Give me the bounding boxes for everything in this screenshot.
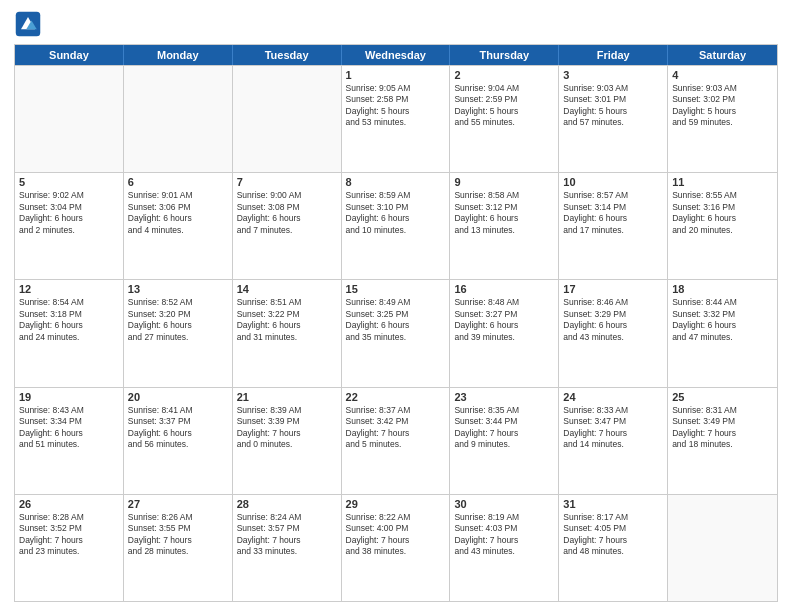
day-cell-2: 2Sunrise: 9:04 AM Sunset: 2:59 PM Daylig… — [450, 66, 559, 172]
day-cell-6: 6Sunrise: 9:01 AM Sunset: 3:06 PM Daylig… — [124, 173, 233, 279]
calendar-row-2: 12Sunrise: 8:54 AM Sunset: 3:18 PM Dayli… — [15, 279, 777, 386]
day-number: 17 — [563, 283, 663, 295]
day-cell-21: 21Sunrise: 8:39 AM Sunset: 3:39 PM Dayli… — [233, 388, 342, 494]
day-cell-28: 28Sunrise: 8:24 AM Sunset: 3:57 PM Dayli… — [233, 495, 342, 601]
day-info: Sunrise: 8:41 AM Sunset: 3:37 PM Dayligh… — [128, 405, 228, 451]
day-number: 29 — [346, 498, 446, 510]
day-cell-24: 24Sunrise: 8:33 AM Sunset: 3:47 PM Dayli… — [559, 388, 668, 494]
calendar-body: 1Sunrise: 9:05 AM Sunset: 2:58 PM Daylig… — [15, 65, 777, 601]
day-cell-18: 18Sunrise: 8:44 AM Sunset: 3:32 PM Dayli… — [668, 280, 777, 386]
day-cell-12: 12Sunrise: 8:54 AM Sunset: 3:18 PM Dayli… — [15, 280, 124, 386]
day-number: 5 — [19, 176, 119, 188]
weekday-header-wednesday: Wednesday — [342, 45, 451, 65]
day-info: Sunrise: 8:51 AM Sunset: 3:22 PM Dayligh… — [237, 297, 337, 343]
day-number: 30 — [454, 498, 554, 510]
day-number: 12 — [19, 283, 119, 295]
day-number: 8 — [346, 176, 446, 188]
day-number: 23 — [454, 391, 554, 403]
day-number: 18 — [672, 283, 773, 295]
calendar-header: SundayMondayTuesdayWednesdayThursdayFrid… — [15, 45, 777, 65]
day-info: Sunrise: 9:04 AM Sunset: 2:59 PM Dayligh… — [454, 83, 554, 129]
day-info: Sunrise: 8:46 AM Sunset: 3:29 PM Dayligh… — [563, 297, 663, 343]
day-info: Sunrise: 9:03 AM Sunset: 3:02 PM Dayligh… — [672, 83, 773, 129]
weekday-header-saturday: Saturday — [668, 45, 777, 65]
day-cell-16: 16Sunrise: 8:48 AM Sunset: 3:27 PM Dayli… — [450, 280, 559, 386]
day-cell-8: 8Sunrise: 8:59 AM Sunset: 3:10 PM Daylig… — [342, 173, 451, 279]
day-cell-27: 27Sunrise: 8:26 AM Sunset: 3:55 PM Dayli… — [124, 495, 233, 601]
day-cell-19: 19Sunrise: 8:43 AM Sunset: 3:34 PM Dayli… — [15, 388, 124, 494]
day-cell-17: 17Sunrise: 8:46 AM Sunset: 3:29 PM Dayli… — [559, 280, 668, 386]
day-info: Sunrise: 8:49 AM Sunset: 3:25 PM Dayligh… — [346, 297, 446, 343]
day-cell-31: 31Sunrise: 8:17 AM Sunset: 4:05 PM Dayli… — [559, 495, 668, 601]
day-info: Sunrise: 8:55 AM Sunset: 3:16 PM Dayligh… — [672, 190, 773, 236]
day-info: Sunrise: 8:35 AM Sunset: 3:44 PM Dayligh… — [454, 405, 554, 451]
day-number: 21 — [237, 391, 337, 403]
day-number: 22 — [346, 391, 446, 403]
day-cell-9: 9Sunrise: 8:58 AM Sunset: 3:12 PM Daylig… — [450, 173, 559, 279]
day-info: Sunrise: 8:33 AM Sunset: 3:47 PM Dayligh… — [563, 405, 663, 451]
day-cell-11: 11Sunrise: 8:55 AM Sunset: 3:16 PM Dayli… — [668, 173, 777, 279]
day-info: Sunrise: 8:58 AM Sunset: 3:12 PM Dayligh… — [454, 190, 554, 236]
day-number: 15 — [346, 283, 446, 295]
day-cell-14: 14Sunrise: 8:51 AM Sunset: 3:22 PM Dayli… — [233, 280, 342, 386]
day-number: 6 — [128, 176, 228, 188]
day-info: Sunrise: 8:31 AM Sunset: 3:49 PM Dayligh… — [672, 405, 773, 451]
day-info: Sunrise: 9:02 AM Sunset: 3:04 PM Dayligh… — [19, 190, 119, 236]
day-number: 11 — [672, 176, 773, 188]
logo-icon — [14, 10, 42, 38]
day-number: 16 — [454, 283, 554, 295]
weekday-header-sunday: Sunday — [15, 45, 124, 65]
day-cell-13: 13Sunrise: 8:52 AM Sunset: 3:20 PM Dayli… — [124, 280, 233, 386]
day-number: 25 — [672, 391, 773, 403]
day-info: Sunrise: 8:44 AM Sunset: 3:32 PM Dayligh… — [672, 297, 773, 343]
calendar: SundayMondayTuesdayWednesdayThursdayFrid… — [14, 44, 778, 602]
header — [14, 10, 778, 38]
empty-cell-0-2 — [233, 66, 342, 172]
day-cell-7: 7Sunrise: 9:00 AM Sunset: 3:08 PM Daylig… — [233, 173, 342, 279]
day-number: 19 — [19, 391, 119, 403]
logo — [14, 10, 46, 38]
day-info: Sunrise: 8:43 AM Sunset: 3:34 PM Dayligh… — [19, 405, 119, 451]
day-number: 24 — [563, 391, 663, 403]
day-number: 1 — [346, 69, 446, 81]
day-number: 4 — [672, 69, 773, 81]
day-number: 13 — [128, 283, 228, 295]
day-info: Sunrise: 8:59 AM Sunset: 3:10 PM Dayligh… — [346, 190, 446, 236]
day-number: 31 — [563, 498, 663, 510]
empty-cell-0-1 — [124, 66, 233, 172]
calendar-row-4: 26Sunrise: 8:28 AM Sunset: 3:52 PM Dayli… — [15, 494, 777, 601]
day-number: 26 — [19, 498, 119, 510]
day-number: 20 — [128, 391, 228, 403]
empty-cell-0-0 — [15, 66, 124, 172]
day-info: Sunrise: 8:57 AM Sunset: 3:14 PM Dayligh… — [563, 190, 663, 236]
day-cell-10: 10Sunrise: 8:57 AM Sunset: 3:14 PM Dayli… — [559, 173, 668, 279]
day-cell-15: 15Sunrise: 8:49 AM Sunset: 3:25 PM Dayli… — [342, 280, 451, 386]
empty-cell-4-6 — [668, 495, 777, 601]
calendar-row-3: 19Sunrise: 8:43 AM Sunset: 3:34 PM Dayli… — [15, 387, 777, 494]
day-number: 27 — [128, 498, 228, 510]
day-number: 2 — [454, 69, 554, 81]
day-info: Sunrise: 8:24 AM Sunset: 3:57 PM Dayligh… — [237, 512, 337, 558]
day-number: 3 — [563, 69, 663, 81]
weekday-header-friday: Friday — [559, 45, 668, 65]
day-cell-23: 23Sunrise: 8:35 AM Sunset: 3:44 PM Dayli… — [450, 388, 559, 494]
calendar-row-1: 5Sunrise: 9:02 AM Sunset: 3:04 PM Daylig… — [15, 172, 777, 279]
day-info: Sunrise: 8:22 AM Sunset: 4:00 PM Dayligh… — [346, 512, 446, 558]
day-cell-26: 26Sunrise: 8:28 AM Sunset: 3:52 PM Dayli… — [15, 495, 124, 601]
day-info: Sunrise: 8:48 AM Sunset: 3:27 PM Dayligh… — [454, 297, 554, 343]
day-info: Sunrise: 8:19 AM Sunset: 4:03 PM Dayligh… — [454, 512, 554, 558]
day-cell-22: 22Sunrise: 8:37 AM Sunset: 3:42 PM Dayli… — [342, 388, 451, 494]
day-cell-29: 29Sunrise: 8:22 AM Sunset: 4:00 PM Dayli… — [342, 495, 451, 601]
day-number: 7 — [237, 176, 337, 188]
day-info: Sunrise: 9:01 AM Sunset: 3:06 PM Dayligh… — [128, 190, 228, 236]
day-cell-1: 1Sunrise: 9:05 AM Sunset: 2:58 PM Daylig… — [342, 66, 451, 172]
day-cell-25: 25Sunrise: 8:31 AM Sunset: 3:49 PM Dayli… — [668, 388, 777, 494]
day-info: Sunrise: 9:03 AM Sunset: 3:01 PM Dayligh… — [563, 83, 663, 129]
weekday-header-tuesday: Tuesday — [233, 45, 342, 65]
day-number: 14 — [237, 283, 337, 295]
day-info: Sunrise: 8:17 AM Sunset: 4:05 PM Dayligh… — [563, 512, 663, 558]
page: SundayMondayTuesdayWednesdayThursdayFrid… — [0, 0, 792, 612]
day-info: Sunrise: 8:54 AM Sunset: 3:18 PM Dayligh… — [19, 297, 119, 343]
day-info: Sunrise: 8:28 AM Sunset: 3:52 PM Dayligh… — [19, 512, 119, 558]
day-info: Sunrise: 8:39 AM Sunset: 3:39 PM Dayligh… — [237, 405, 337, 451]
